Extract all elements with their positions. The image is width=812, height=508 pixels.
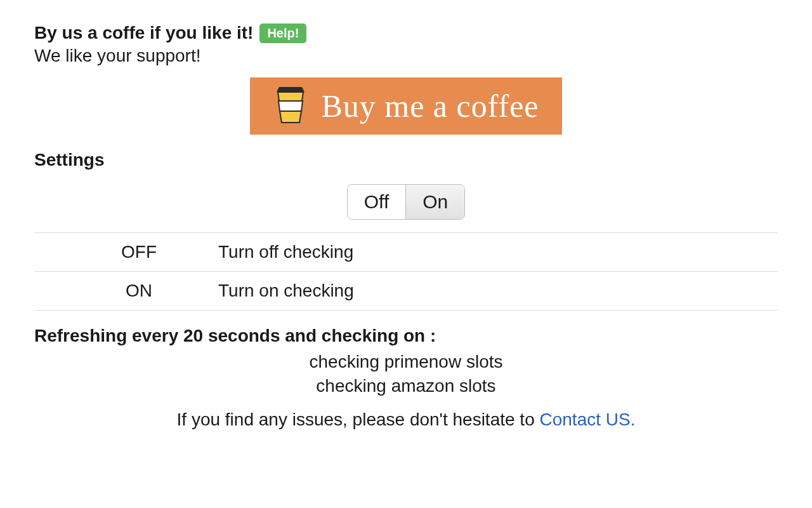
contact-prefix: If you find any issues, please don't hes… <box>177 410 540 429</box>
status-heading: Refreshing every 20 seconds and checking… <box>34 326 778 346</box>
row-on-key: ON <box>34 281 218 301</box>
toggle-off[interactable]: Off <box>348 185 405 219</box>
status-line-primenow: checking primenow slots <box>34 350 778 374</box>
table-row: OFF Turn off checking <box>34 233 778 272</box>
buy-coffee-banner[interactable]: Buy me a coffee <box>250 77 561 135</box>
row-on-desc: Turn on checking <box>218 281 778 301</box>
settings-heading: Settings <box>34 150 778 170</box>
off-on-toggle[interactable]: Off On <box>347 184 466 220</box>
buy-coffee-label: Buy me a coffee <box>321 88 539 124</box>
row-off-key: OFF <box>34 242 218 262</box>
row-off-desc: Turn off checking <box>218 242 778 262</box>
support-title: By us a coffe if you like it! <box>34 23 253 43</box>
status-line-amazon: checking amazon slots <box>34 374 778 398</box>
toggle-on[interactable]: On <box>405 185 464 219</box>
help-badge[interactable]: Help! <box>259 23 306 43</box>
coffee-cup-icon <box>273 84 308 128</box>
table-row: ON Turn on checking <box>34 272 778 311</box>
contact-line: If you find any issues, please don't hes… <box>34 410 778 430</box>
contact-us-link[interactable]: Contact US. <box>539 410 635 429</box>
support-subtitle: We like your support! <box>34 46 778 66</box>
